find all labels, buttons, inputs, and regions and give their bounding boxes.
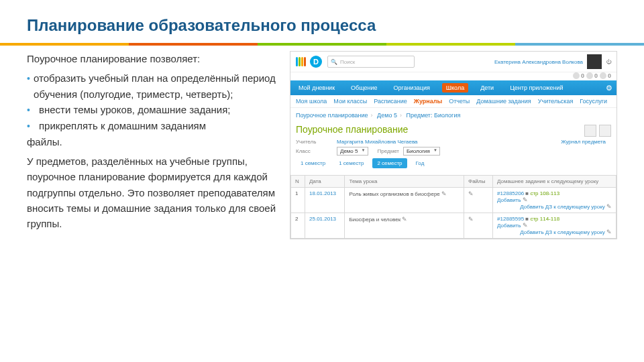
subnav-item[interactable]: Отчеты	[449, 98, 470, 105]
subnav-item[interactable]: Мои классы	[333, 98, 367, 105]
add-next-link[interactable]: Добавить ДЗ к следующему уроку	[520, 204, 605, 210]
breadcrumb-item[interactable]: Биология	[434, 112, 460, 119]
bullet-text: внести темы уроков, домашние задания;	[39, 102, 230, 118]
app-logo-hand-icon	[296, 57, 306, 66]
cell-date-link[interactable]: 25.01.2013	[309, 216, 336, 222]
nav-item-active[interactable]: Школа	[442, 83, 468, 93]
user-name-link[interactable]: Екатерина Александровна Волкова	[494, 59, 583, 65]
paragraph: У предметов, разделённых на учебные груп…	[27, 154, 282, 231]
attach-icon[interactable]: ✎	[468, 216, 474, 223]
col-topic: Тема урока	[345, 176, 464, 188]
teacher-value[interactable]: Маргарита Михайловна Чегаева	[337, 139, 418, 145]
class-label: Класс	[296, 148, 333, 154]
intro-text: Поурочное планирование позволяет:	[27, 51, 282, 66]
nav-item[interactable]: Центр приложений	[506, 83, 567, 93]
teacher-label: Учитель	[296, 139, 333, 145]
journal-link[interactable]: Журнал предмета	[561, 139, 611, 145]
hw-pages: стр 114-118	[530, 216, 559, 222]
nav-item[interactable]: Организация	[390, 83, 434, 93]
subject-select[interactable]: Биология	[403, 147, 440, 156]
avatar[interactable]	[587, 54, 602, 69]
attach-icon[interactable]: ✎	[468, 190, 474, 197]
breadcrumb-item[interactable]: Поурочное планирование	[296, 112, 368, 119]
subnav-item[interactable]: Домашние задания	[476, 98, 531, 105]
app-screenshot: D 🔍Поиск Екатерина Александровна Волкова…	[290, 51, 617, 239]
edit-icon[interactable]: ✎	[402, 216, 407, 223]
bullet-text: отобразить учебный план на определённый …	[34, 70, 282, 102]
hw-pages: стр 108-113	[530, 190, 559, 196]
page-heading: Поурочное планирование	[296, 124, 584, 135]
period-tab-active[interactable]: 2 семестр	[372, 158, 407, 168]
main-nav: Мой дневник Общение Организация Школа Де…	[290, 80, 616, 95]
add-next-link[interactable]: Добавить ДЗ к следующему уроку	[520, 229, 605, 235]
bullet-icon: •	[27, 70, 34, 102]
breadcrumb-item: Предмет	[406, 112, 431, 119]
slide-title: Планирование образовательного процесса	[27, 16, 617, 35]
cell-topic: Биосфера и человек	[349, 217, 400, 223]
search-input[interactable]: 🔍Поиск	[327, 56, 415, 68]
gear-icon[interactable]: ⚙	[606, 84, 612, 93]
search-icon: 🔍	[331, 59, 337, 65]
edit-icon[interactable]: ✎	[606, 229, 612, 235]
period-tab[interactable]: 1 семестр	[334, 158, 368, 168]
period-tab[interactable]: Год	[411, 158, 429, 168]
col-files: Файлы	[464, 176, 493, 188]
export-excel-icon[interactable]	[584, 125, 596, 137]
count-icon	[573, 72, 580, 79]
subnav-item[interactable]: Госуслуги	[580, 98, 607, 105]
edit-icon[interactable]: ✎	[441, 190, 447, 197]
edit-icon[interactable]: ✎	[523, 196, 528, 203]
count-icon	[600, 72, 606, 79]
hw-link[interactable]: #12885206	[497, 190, 524, 196]
nav-item[interactable]: Общение	[347, 83, 381, 93]
period-tab[interactable]: 1 семестр	[296, 158, 330, 168]
sub-nav: Моя школа Мои классы Расписание Журналы …	[290, 95, 616, 108]
subnav-item[interactable]: Учительская	[538, 98, 574, 105]
count-icon	[586, 72, 593, 79]
cell-n: 1	[291, 188, 305, 213]
divider-stripe	[0, 43, 644, 46]
breadcrumb: Поурочное планирование› Демо 5› Предмет:…	[290, 108, 616, 123]
bullet-icon: •	[27, 102, 39, 118]
col-homework: Домашнее задание к следующему уроку	[493, 176, 616, 188]
bullet-tail: файлы.	[27, 134, 282, 149]
subnav-item[interactable]: Моя школа	[296, 98, 327, 105]
power-icon[interactable]: ⏻	[606, 59, 611, 65]
notification-counts: 0 0 0	[573, 72, 611, 79]
lessons-table: N Дата Тема урока Файлы Домашнее задание…	[290, 175, 616, 239]
add-link[interactable]: Добавить	[497, 223, 521, 229]
bullet-text: прикреплять к домашним заданиям	[39, 118, 206, 134]
bullet-icon: •	[27, 118, 39, 134]
subnav-item[interactable]: Расписание	[374, 98, 407, 105]
search-placeholder: Поиск	[340, 59, 355, 65]
table-row: 1 18.01.2013 Роль живых организмов в био…	[291, 188, 616, 213]
breadcrumb-item[interactable]: Демо 5	[377, 112, 397, 119]
hw-link[interactable]: #12885595	[497, 216, 524, 222]
table-row: 2 25.01.2013 Биосфера и человек ✎ ✎ #128…	[291, 213, 616, 239]
add-link[interactable]: Добавить	[497, 197, 521, 203]
subject-label: Предмет	[378, 148, 400, 154]
col-date: Дата	[305, 176, 345, 188]
cell-n: 2	[291, 213, 305, 239]
nav-item[interactable]: Дети	[476, 83, 498, 93]
bottom-stripe	[0, 350, 644, 353]
print-icon[interactable]	[599, 125, 611, 137]
col-n: N	[291, 176, 305, 188]
cell-topic: Роль живых организмов в биосфере	[349, 191, 439, 197]
subnav-item-active[interactable]: Журналы	[414, 98, 442, 105]
text-column: Поурочное планирование позволяет: •отобр…	[27, 51, 282, 239]
class-select[interactable]: Демо 5	[337, 147, 368, 156]
edit-icon[interactable]: ✎	[523, 222, 528, 229]
edit-icon[interactable]: ✎	[606, 203, 612, 210]
app-logo-d-icon: D	[310, 56, 322, 68]
cell-date-link[interactable]: 18.01.2013	[309, 190, 336, 196]
nav-item[interactable]: Мой дневник	[294, 83, 339, 93]
period-tabs: 1 семестр 1 семестр 2 семестр Год	[296, 158, 611, 168]
